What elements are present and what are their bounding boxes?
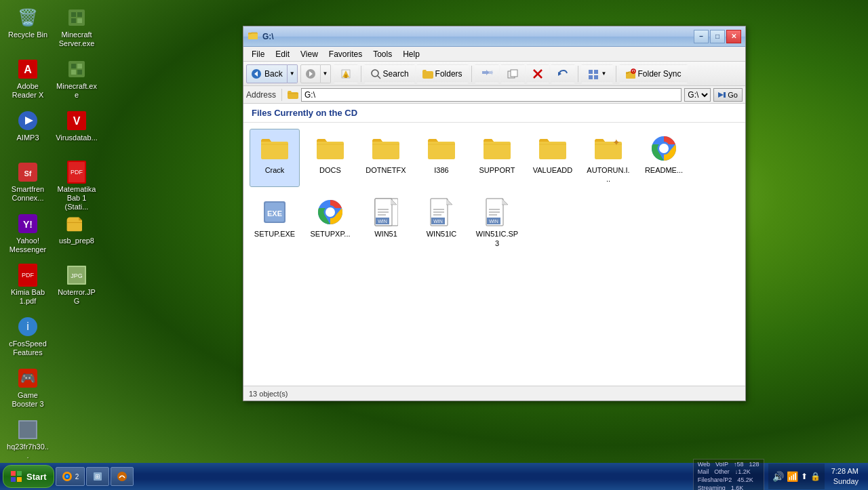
back-dropdown-arrow[interactable]: ▼ [288,64,298,83]
address-input-area: G:\ G:\ [288,88,711,102]
desktop-icon-matematika[interactable]: PDF Matematika Bab 1 (Stati... [53,159,100,210]
view-button[interactable]: ▼ [581,64,613,83]
file-setupxp[interactable]: SETUPXP... [306,193,355,250]
windows-logo-icon [10,470,22,483]
svg-text:PDF: PDF [22,272,35,279]
folder-dotnetfx[interactable]: DOTNETFX [361,129,410,186]
undo-button[interactable] [551,64,575,83]
desktop-icon-yahoo[interactable]: Y! Yahoo! Messenger [4,210,52,262]
tray-icon-2[interactable]: 📶 [787,471,798,482]
svg-rect-7 [68,61,85,77]
file-readme[interactable]: README... [639,129,688,186]
up-button[interactable] [334,64,358,83]
tray-icon-1[interactable]: 🔊 [772,471,784,482]
delete-icon [532,68,543,79]
menu-tools[interactable]: Tools [368,48,397,60]
desktop-icon-smartfren[interactable]: Sf Smartfren Connex... [4,159,52,210]
start-button[interactable]: Start [3,465,54,488]
file-win51ic[interactable]: WIN WIN51IC [417,193,466,250]
desktop-icon-adobe[interactable]: A Adobe Reader X [4,56,52,107]
taskbar-item-3[interactable] [111,467,134,486]
search-button[interactable]: Search [364,64,415,83]
go-button[interactable]: Go [713,88,743,102]
svg-text:EXE: EXE [267,209,282,218]
title-buttons: – □ ✕ [694,30,741,43]
desktop-icon-hq23[interactable]: hq23fr7h30... [4,416,52,468]
file-win51ic-sp3[interactable]: WIN WIN51IC.SP3 [473,193,521,250]
forward-dropdown-arrow[interactable]: ▼ [321,64,331,83]
delete-button[interactable] [526,64,549,83]
maximize-button[interactable]: □ [710,30,725,43]
forward-button[interactable] [300,64,321,83]
explorer-window: G:\ – □ ✕ File Edit View Favorites Tools… [243,26,746,401]
svg-rect-46 [511,70,517,77]
clock-area[interactable]: 7:28 AM Sunday [829,466,861,487]
hq23-label: hq23fr7h30... [7,443,49,460]
svg-rect-58 [724,92,726,98]
taskbar-firefox[interactable]: 2 [56,467,85,486]
recycle-bin-label: Recycle Bin [8,30,47,39]
menu-bar: File Edit View Favorites Tools Help [243,47,745,62]
svg-text:i: i [26,321,29,332]
move-button[interactable] [475,64,499,83]
view-icon [587,68,599,79]
minecraft-server-icon [66,7,87,28]
folder-crack[interactable]: Crack [250,129,299,186]
svg-rect-33 [20,422,36,438]
menu-help[interactable]: Help [397,48,425,60]
svg-rect-52 [589,75,593,79]
file-win51[interactable]: WIN WIN51 [361,193,410,250]
forward-dropdown-icon: ▼ [323,70,328,77]
folder-valueadd[interactable]: VALUEADD [528,129,577,186]
svg-rect-3 [71,18,76,23]
desktop-icon-usb-prep8[interactable]: usb_prep8 [53,210,100,262]
close-button[interactable]: ✕ [726,30,741,43]
back-button[interactable]: Back [246,64,288,83]
explorer-title-icon [248,30,258,43]
network-row-3: Fileshare/P2 45.2K [698,476,760,485]
folders-button[interactable]: Folders [416,64,469,83]
svg-point-68 [327,209,334,216]
minimize-button[interactable]: – [694,30,709,43]
toolbar: Back ▼ ▼ [243,62,745,86]
file-setup-exe[interactable]: EXE SETUP.EXE [250,193,299,250]
folder-support[interactable]: SUPPORT [473,129,521,186]
folder-sync-button[interactable]: Folder Sync [619,64,688,83]
desktop-icon-virusdatabase[interactable]: V Virusdatab... [53,107,100,159]
folder-valueadd-icon [536,132,569,165]
svg-text:JPG: JPG [71,272,83,279]
desktop-icon-game-booster[interactable]: 🎮 Game Booster 3 [4,365,52,416]
address-dropdown[interactable]: G:\ [684,88,711,102]
address-input[interactable]: G:\ [301,88,682,102]
file-autorun-name: AUTORUN.I... [587,166,630,184]
back-button-group: Back ▼ [246,64,298,83]
desktop-icon-minecraft-server[interactable]: Minecraft Server.exe [53,4,100,56]
folder-docs[interactable]: DOCS [306,129,355,186]
menu-file[interactable]: File [246,48,270,60]
menu-edit[interactable]: Edit [270,48,295,60]
svg-text:WIN: WIN [489,219,498,224]
svg-rect-11 [77,70,82,75]
desktop-icon-aimp3[interactable]: AIMP3 [4,107,52,159]
svg-rect-89 [17,471,22,476]
desktop-icon-cfos[interactable]: i cFosSpeed Features [4,313,52,365]
desktop-icon-kimia[interactable]: PDF Kimia Bab 1.pdf [4,262,52,313]
copy-button[interactable] [500,64,525,83]
tray-icon-3[interactable]: ⬆ [801,472,808,481]
taskbar-item-2[interactable]: ⊞ [86,467,109,486]
svg-rect-2 [77,12,82,17]
menu-view[interactable]: View [295,48,323,60]
svg-rect-35 [248,34,258,39]
tray-icon-4[interactable]: 🔒 [810,472,821,481]
go-label: Go [728,91,738,99]
file-win51ic-name: WIN51IC [427,230,457,239]
desktop-icon-noterror[interactable]: JPG Noterror.JPG [53,262,100,313]
menu-favorites[interactable]: Favorites [323,48,368,60]
desktop-icon-minecraft[interactable]: Minecraft.exe [53,56,100,107]
noterror-icon: JPG [66,264,87,286]
file-autorun[interactable]: ✦ AUTORUN.I... [584,129,633,186]
view-dropdown-icon: ▼ [601,70,607,77]
desktop-icon-recycle-bin[interactable]: 🗑️ Recycle Bin [4,4,52,56]
folder-i386[interactable]: I386 [417,129,466,186]
title-bar-left: G:\ [248,30,274,43]
